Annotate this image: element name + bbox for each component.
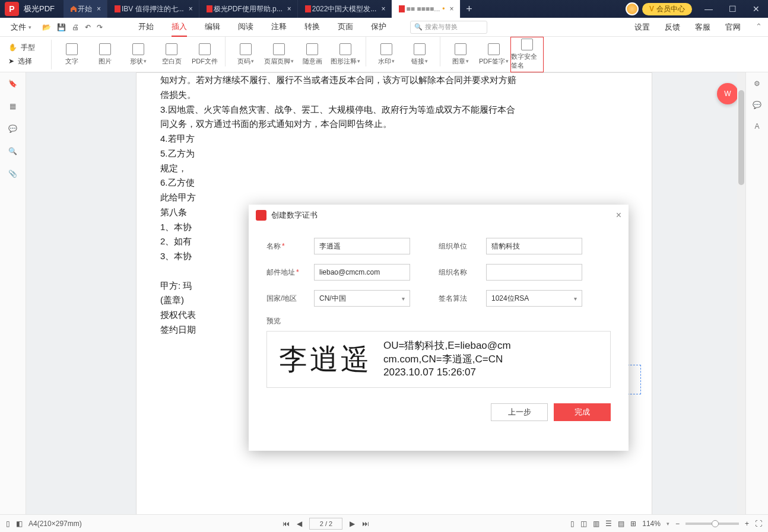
attachment-icon[interactable]: 📎 <box>8 170 17 178</box>
next-page-button[interactable]: ▶ <box>350 520 355 528</box>
tab-doc[interactable]: 2022中国大模型发... × <box>298 0 392 18</box>
tab-doc-active[interactable]: ■■ ■■■■... • × <box>392 0 460 18</box>
ribbon-水印[interactable]: 水印▾ <box>370 37 403 72</box>
modified-dot: • <box>442 5 445 13</box>
add-tab-button[interactable]: + <box>461 3 478 15</box>
zoom-in-button[interactable]: + <box>745 520 749 528</box>
ribbon-图片[interactable]: 图片 <box>88 37 122 72</box>
document-viewport[interactable]: 知对方。若对方继续不履行、履行不当或者违反本合同，该方可以解除本合同并要求对方赔… <box>26 72 745 514</box>
vertical-scrollbar[interactable] <box>737 72 745 514</box>
open-icon[interactable]: 📂 <box>42 23 51 31</box>
page-size-label: A4(210×297mm) <box>28 520 82 528</box>
prev-button[interactable]: 上一步 <box>491 403 548 421</box>
app-name: 极光PDF <box>24 4 55 14</box>
ribbon-PDF签字[interactable]: PDF签字▾ <box>477 37 510 72</box>
minimize-button[interactable]: — <box>697 0 721 18</box>
file-menu[interactable]: 文件▾ <box>6 20 36 35</box>
close-icon[interactable]: × <box>287 5 291 13</box>
ribbon-图章[interactable]: 图章▾ <box>444 37 477 72</box>
tab-doc[interactable]: 极光PDF使用帮助.p... × <box>199 0 298 18</box>
ribbon-空白页[interactable]: 空白页 <box>155 37 188 72</box>
select-tool[interactable]: ➤选择 <box>8 56 47 66</box>
done-button[interactable]: 完成 <box>554 403 611 421</box>
redo-icon[interactable]: ↷ <box>97 23 103 31</box>
menu-tab-page[interactable]: 页面 <box>338 18 353 37</box>
undo-icon[interactable]: ↶ <box>85 23 91 31</box>
page-indicator[interactable]: 2 / 2 <box>309 518 342 530</box>
collapse-ribbon-icon[interactable]: ⌃ <box>756 22 762 33</box>
zoom-slider[interactable] <box>686 523 739 525</box>
save-icon[interactable]: 💾 <box>57 23 66 31</box>
zoom-out-button[interactable]: − <box>675 520 680 528</box>
view-mode-icon[interactable]: ⊞ <box>630 520 636 528</box>
menu-tab-insert[interactable]: 插入 <box>172 18 187 37</box>
zoom-thumb[interactable] <box>712 520 719 527</box>
close-icon[interactable]: × <box>381 5 385 13</box>
support-link[interactable]: 客服 <box>695 22 710 33</box>
thumbnails-icon[interactable]: ▦ <box>9 102 16 110</box>
settings-link[interactable]: 设置 <box>634 22 650 33</box>
ribbon-PDF文件[interactable]: PDF文件 <box>188 37 221 72</box>
chevron-down-icon[interactable]: ▾ <box>667 521 669 527</box>
print-icon[interactable]: 🖨 <box>72 23 79 31</box>
view-mode-icon[interactable]: ▯ <box>570 520 575 528</box>
org-unit-input[interactable]: 猎豹科技 <box>486 238 582 254</box>
prev-page-button[interactable]: ◀ <box>297 520 302 528</box>
ai-icon[interactable]: A <box>754 122 759 130</box>
close-icon[interactable]: × <box>189 5 193 13</box>
menu-tab-read[interactable]: 阅读 <box>238 18 253 37</box>
svg-rect-1 <box>207 5 212 12</box>
convert-word-float-button[interactable]: W <box>717 83 738 104</box>
website-link[interactable]: 官网 <box>725 22 741 33</box>
maximize-button[interactable]: ☐ <box>721 0 744 18</box>
algo-select[interactable]: 1024位RSA <box>486 290 582 307</box>
search-input[interactable]: 🔍 搜索与替换 <box>410 21 487 34</box>
member-center-button[interactable]: V 会员中心 <box>642 3 692 15</box>
ribbon-文字[interactable]: 文字 <box>55 37 88 72</box>
menu-tab-edit[interactable]: 编辑 <box>205 18 220 37</box>
ribbon-insert: ✋手型 ➤选择 文字图片形状▾空白页PDF文件页码▾页眉页脚▾随意画图形注释▾水… <box>0 37 768 72</box>
ribbon-页码[interactable]: 页码▾ <box>229 37 262 72</box>
close-button[interactable]: ✕ <box>744 0 768 18</box>
close-icon[interactable]: × <box>450 5 454 13</box>
tab-doc[interactable]: IBV 值得押注的七... × <box>107 0 199 18</box>
last-page-button[interactable]: ⏭ <box>362 520 369 528</box>
view-mode-icon[interactable]: ☰ <box>605 520 612 528</box>
tab-home[interactable]: 开始 × <box>64 0 107 18</box>
view-mode-icon[interactable]: ◫ <box>580 520 587 528</box>
ribbon-随意画[interactable]: 随意画 <box>296 37 329 72</box>
org-name-input[interactable] <box>486 264 582 281</box>
comments-icon[interactable]: 💬 <box>8 125 17 133</box>
ribbon-图形注释[interactable]: 图形注释▾ <box>329 37 362 72</box>
view-mode-icon[interactable]: ▤ <box>618 520 624 528</box>
avatar-icon[interactable] <box>626 2 639 15</box>
ribbon-链接[interactable]: 链接▾ <box>403 37 436 72</box>
dialog-close-button[interactable]: × <box>616 210 621 221</box>
bookmark-icon[interactable]: 🔖 <box>8 79 17 88</box>
ribbon-数字安全签名[interactable]: 数字安全签名 <box>510 37 544 72</box>
menu-tab-annotate[interactable]: 注释 <box>271 18 287 37</box>
close-icon[interactable]: × <box>97 5 101 13</box>
chevron-down-icon: ▾ <box>425 58 428 64</box>
page-layout-icon[interactable]: ▯ <box>6 520 10 528</box>
first-page-button[interactable]: ⏮ <box>283 520 290 528</box>
email-input[interactable]: liebao@cmcm.com <box>314 264 410 281</box>
page-layout-icon[interactable]: ◧ <box>16 520 23 528</box>
chat-icon[interactable]: 💬 <box>753 101 761 109</box>
find-icon[interactable]: 🔍 <box>8 147 17 155</box>
feedback-link[interactable]: 反馈 <box>665 22 680 33</box>
view-mode-icon[interactable]: ▥ <box>593 520 599 528</box>
fullscreen-button[interactable]: ⛶ <box>755 520 762 528</box>
ribbon-item-icon <box>132 43 144 55</box>
ribbon-形状[interactable]: 形状▾ <box>122 37 155 72</box>
menu-tab-start[interactable]: 开始 <box>138 18 154 37</box>
zoom-level[interactable]: 114% <box>642 520 661 528</box>
ribbon-页眉页脚[interactable]: 页眉页脚▾ <box>262 37 296 72</box>
menu-tab-protect[interactable]: 保护 <box>371 18 386 37</box>
scrollbar-thumb[interactable] <box>738 90 744 185</box>
menu-tab-convert[interactable]: 转换 <box>304 18 320 37</box>
properties-icon[interactable]: ⚙ <box>754 79 760 88</box>
hand-tool[interactable]: ✋手型 <box>8 43 47 53</box>
country-select[interactable]: CN/中国 <box>314 290 410 307</box>
name-input[interactable]: 李逍遥 <box>314 238 410 254</box>
